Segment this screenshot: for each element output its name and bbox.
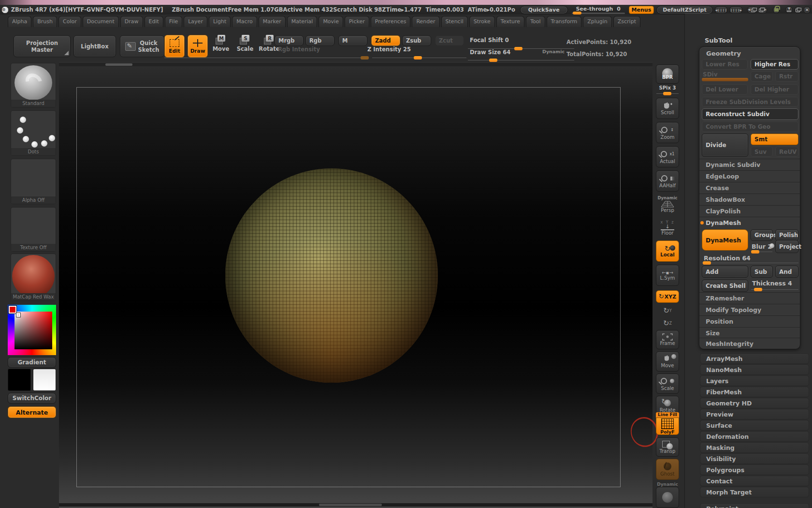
zscript-prev-button[interactable]: ◀❙❙❙❙	[715, 6, 728, 14]
partial-shelf-button[interactable]	[656, 487, 679, 508]
move-button[interactable]: M Move	[211, 37, 231, 52]
persp-button[interactable]: Dynamic Persp	[656, 193, 679, 216]
zscript-next-button[interactable]: ❙❙❙❙▶	[729, 6, 742, 14]
palette-preview[interactable]: Preview	[700, 409, 809, 419]
lock-button[interactable]	[773, 6, 780, 14]
reconstruct-subdiv-button[interactable]: Reconstruct Subdiv	[702, 108, 798, 120]
section-claypolish[interactable]: ClayPolish	[699, 205, 800, 217]
seethrough-track[interactable]	[572, 13, 625, 14]
main-color-swatch[interactable]	[8, 369, 31, 391]
blur-knob-icon[interactable]	[769, 243, 774, 248]
defaultzscript-button[interactable]: DefaultZScript	[656, 6, 712, 14]
section-dynamic-subdiv[interactable]: Dynamic Subdiv	[699, 159, 800, 170]
dynamesh-polish-button[interactable]: Polish	[775, 229, 798, 241]
close-button[interactable]: ✕	[803, 6, 811, 14]
sphere-model[interactable]	[225, 168, 438, 383]
aahalf-button[interactable]: AAHalf	[656, 170, 679, 192]
local-button[interactable]: ↻ Local	[656, 240, 679, 262]
shelf-move-button[interactable]: Move	[656, 351, 679, 372]
palette-masking[interactable]: Masking	[700, 442, 809, 453]
sdiv-slider[interactable]	[702, 78, 748, 81]
reuv-button[interactable]: ReUV	[775, 147, 798, 157]
menu-brush[interactable]: Brush	[33, 16, 57, 27]
cage-button[interactable]: Cage	[751, 71, 773, 82]
freeze-subdivision-button[interactable]: Freeze SubDivision Levels	[702, 97, 798, 107]
canvas-top-scrollbar[interactable]	[59, 63, 652, 66]
secondary-color-swatch[interactable]	[33, 369, 56, 391]
floor-button[interactable]: x Y z ↓ Floor	[656, 218, 679, 238]
geometry-palette-header[interactable]: Geometry	[706, 50, 741, 57]
bpr-button[interactable]: BPR	[656, 64, 679, 84]
next-document-button[interactable]: ▶	[758, 6, 767, 14]
canvas-bottom-scrollbar[interactable]	[59, 503, 652, 507]
zcut-button[interactable]: Zcut	[435, 35, 464, 46]
dynamesh-project-button[interactable]: Project	[775, 240, 798, 253]
color-cursor-icon[interactable]	[16, 313, 20, 317]
menu-material[interactable]: Material	[287, 16, 318, 27]
lower-res-button[interactable]: Lower Res	[702, 59, 748, 70]
rotate-y-button[interactable]: ↻Y	[656, 305, 679, 316]
lsym-button[interactable]: ←▪→ L.Sym	[656, 265, 679, 286]
menu-draw[interactable]: Draw	[120, 16, 143, 27]
gradient-button[interactable]: Gradient	[8, 357, 56, 368]
section-size[interactable]: Size	[699, 327, 800, 339]
menu-stencil[interactable]: Stencil	[441, 16, 468, 27]
resolution-track[interactable]	[702, 263, 798, 263]
rgb-button[interactable]: Rgb	[305, 35, 334, 46]
menu-texture[interactable]: Texture	[496, 16, 524, 27]
menu-alpha[interactable]: Alpha	[8, 16, 31, 27]
section-dynamesh[interactable]: DynaMesh	[699, 217, 800, 228]
rstr-button[interactable]: Rstr	[775, 71, 798, 82]
dynamesh-groups-button[interactable]: Groups	[751, 229, 773, 241]
palette-visibility[interactable]: Visibility	[700, 453, 809, 464]
smt-button[interactable]: Smt	[751, 134, 798, 145]
menu-light[interactable]: Light	[209, 16, 231, 27]
resolution-handle[interactable]	[703, 261, 711, 265]
current-stroke-thumbnail[interactable]: Dots	[11, 110, 56, 156]
mrgb-button[interactable]: Mrgb	[275, 35, 304, 46]
current-material-thumbnail[interactable]: MatCap Red Wax	[11, 254, 56, 301]
divide-button[interactable]: Divide	[702, 134, 748, 157]
menu-layer[interactable]: Layer	[184, 16, 207, 27]
menu-zplugin[interactable]: Zplugin	[583, 16, 612, 27]
menu-color[interactable]: Color	[58, 16, 81, 27]
rgb-intensity-handle[interactable]	[361, 56, 369, 60]
section-modify-topology[interactable]: Modify Topology	[699, 304, 800, 315]
dynamesh-button[interactable]: DynaMesh	[702, 229, 748, 251]
minimize-button[interactable]: ▼	[785, 6, 793, 14]
lightbox-button[interactable]: LightBox	[73, 35, 116, 57]
zsub-button[interactable]: Zsub	[402, 35, 431, 46]
dynamic-mode-label[interactable]: Dynamic	[542, 49, 565, 54]
xyz-button[interactable]: ↻ XYZ	[656, 290, 679, 303]
actual-button[interactable]: x1 Actual	[656, 146, 679, 167]
alternate-button[interactable]: Alternate	[8, 406, 56, 418]
quicksave-button[interactable]: QuickSave	[520, 6, 568, 14]
dynamesh-and-button[interactable]: And	[775, 266, 798, 278]
palette-geometry-hd[interactable]: Geometry HD	[700, 398, 809, 408]
prev-document-button[interactable]: ◀	[747, 6, 756, 14]
menu-transform[interactable]: Transform	[547, 16, 582, 27]
scale-button[interactable]: S Scale	[235, 37, 255, 52]
section-zremesher[interactable]: ZRemesher	[699, 292, 800, 304]
blur-handle[interactable]	[751, 250, 759, 254]
color-picker[interactable]	[8, 305, 56, 355]
z-intensity-handle[interactable]	[414, 56, 422, 60]
palette-polygroups[interactable]: Polygroups	[700, 464, 809, 475]
section-position[interactable]: Position	[699, 315, 800, 327]
seethrough-slider[interactable]: See-through 0	[572, 6, 625, 14]
thickness-handle[interactable]	[754, 288, 762, 291]
menu-file[interactable]: File	[165, 16, 182, 27]
polyf-button[interactable]: PolyF	[656, 418, 679, 435]
menu-movie[interactable]: Movie	[319, 16, 343, 27]
document-canvas[interactable]	[59, 62, 652, 508]
zadd-button[interactable]: Zadd	[371, 35, 400, 46]
rgb-intensity-track[interactable]	[164, 58, 367, 58]
focal-shift-handle[interactable]	[514, 47, 522, 50]
current-alpha-thumbnail[interactable]: Alpha Off	[11, 159, 56, 204]
ghost-button[interactable]: ∕ Ghost	[656, 459, 679, 480]
canvas-bottom-scrollbar-thumb[interactable]	[319, 504, 382, 506]
canvas-top-scrollbar-thumb[interactable]	[105, 63, 132, 66]
edit-button[interactable]: Edit	[164, 35, 185, 58]
current-brush-thumbnail[interactable]: Standard	[11, 63, 56, 107]
menus-button[interactable]: Menus	[629, 6, 654, 14]
